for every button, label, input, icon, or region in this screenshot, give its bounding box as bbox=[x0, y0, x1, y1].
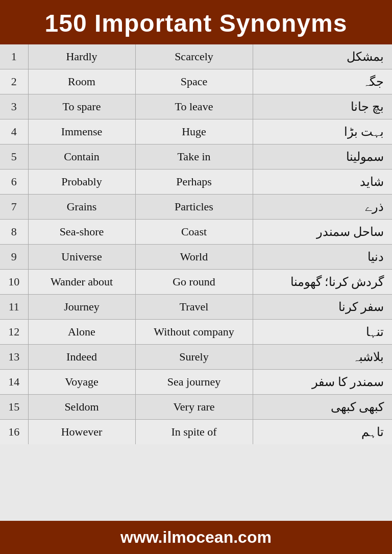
word-urdu: دنیا bbox=[253, 245, 392, 270]
word-synonym: Sea journey bbox=[135, 370, 253, 395]
row-number: 15 bbox=[0, 395, 28, 420]
word-urdu: بمشکل bbox=[253, 44, 392, 69]
word-urdu: تنہا bbox=[253, 320, 392, 345]
row-number: 1 bbox=[0, 44, 28, 69]
table-row: 10 Wander about Go round گردش کرنا؛ گھوم… bbox=[0, 270, 392, 295]
footer-url: www.ilmocean.com bbox=[120, 528, 272, 546]
word-urdu: سمندر کا سفر bbox=[253, 370, 392, 395]
word-synonym: Scarcely bbox=[135, 44, 253, 69]
word-urdu: گردش کرنا؛ گھومنا bbox=[253, 270, 392, 295]
row-number: 3 bbox=[0, 94, 28, 119]
word-synonym: Travel bbox=[135, 295, 253, 320]
word-english: Alone bbox=[28, 320, 135, 345]
word-english: Hardly bbox=[28, 44, 135, 69]
word-synonym: To leave bbox=[135, 94, 253, 119]
word-synonym: Without company bbox=[135, 320, 253, 345]
word-synonym: Coast bbox=[135, 220, 253, 245]
table-row: 8 Sea-shore Coast ساحل سمندر bbox=[0, 220, 392, 245]
word-synonym: Take in bbox=[135, 144, 253, 170]
word-english: Room bbox=[28, 69, 135, 94]
page-title: 150 Important Synonyms bbox=[10, 9, 382, 37]
word-synonym: Huge bbox=[135, 119, 253, 144]
word-urdu: ذرے bbox=[253, 195, 392, 220]
row-number: 8 bbox=[0, 220, 28, 245]
word-english: Journey bbox=[28, 295, 135, 320]
table-row: 12 Alone Without company تنہا bbox=[0, 320, 392, 345]
word-english: Universe bbox=[28, 245, 135, 270]
row-number: 5 bbox=[0, 144, 28, 170]
word-urdu: سفر کرنا bbox=[253, 295, 392, 320]
word-english: Seldom bbox=[28, 395, 135, 420]
table-row: 3 To spare To leave بچ جانا bbox=[0, 94, 392, 119]
row-number: 12 bbox=[0, 320, 28, 345]
word-synonym: Surely bbox=[135, 345, 253, 370]
table-row: 14 Voyage Sea journey سمندر کا سفر bbox=[0, 370, 392, 395]
table-row: 2 Room Space جگہ bbox=[0, 69, 392, 94]
word-english: Contain bbox=[28, 144, 135, 170]
synonyms-table: 1 Hardly Scarcely بمشکل 2 Room Space جگہ… bbox=[0, 44, 392, 444]
row-number: 2 bbox=[0, 69, 28, 94]
word-urdu: سمولینا bbox=[253, 144, 392, 170]
table-row: 5 Contain Take in سمولینا bbox=[0, 144, 392, 170]
row-number: 6 bbox=[0, 170, 28, 195]
word-synonym: Very rare bbox=[135, 395, 253, 420]
row-number: 4 bbox=[0, 119, 28, 144]
word-urdu: بچ جانا bbox=[253, 94, 392, 119]
row-number: 16 bbox=[0, 420, 28, 445]
word-english: Probably bbox=[28, 170, 135, 195]
word-synonym: Perhaps bbox=[135, 170, 253, 195]
table-row: 16 However In spite of تاہم bbox=[0, 420, 392, 445]
word-english: Wander about bbox=[28, 270, 135, 295]
row-number: 10 bbox=[0, 270, 28, 295]
word-english: However bbox=[28, 420, 135, 445]
header: 150 Important Synonyms bbox=[0, 0, 392, 44]
word-urdu: شاید bbox=[253, 170, 392, 195]
table-row: 13 Indeed Surely بلاشبہ bbox=[0, 345, 392, 370]
word-english: Grains bbox=[28, 195, 135, 220]
word-english: Indeed bbox=[28, 345, 135, 370]
table-row: 9 Universe World دنیا bbox=[0, 245, 392, 270]
word-english: Voyage bbox=[28, 370, 135, 395]
word-english: To spare bbox=[28, 94, 135, 119]
word-english: Immense bbox=[28, 119, 135, 144]
table-row: 4 Immense Huge بہت بڑا bbox=[0, 119, 392, 144]
word-synonym: Space bbox=[135, 69, 253, 94]
table-row: 1 Hardly Scarcely بمشکل bbox=[0, 44, 392, 69]
row-number: 13 bbox=[0, 345, 28, 370]
table-container: ILMOwww.ilmocean.comCEAN 1 Hardly Scarce… bbox=[0, 44, 392, 521]
word-urdu: بلاشبہ bbox=[253, 345, 392, 370]
word-urdu: ساحل سمندر bbox=[253, 220, 392, 245]
word-synonym: In spite of bbox=[135, 420, 253, 445]
table-row: 11 Journey Travel سفر کرنا bbox=[0, 295, 392, 320]
table-row: 6 Probably Perhaps شاید bbox=[0, 170, 392, 195]
word-synonym: World bbox=[135, 245, 253, 270]
footer: www.ilmocean.com bbox=[0, 521, 392, 554]
table-row: 15 Seldom Very rare کبھی کبھی bbox=[0, 395, 392, 420]
word-urdu: تاہم bbox=[253, 420, 392, 445]
word-urdu: جگہ bbox=[253, 69, 392, 94]
row-number: 14 bbox=[0, 370, 28, 395]
word-synonym: Go round bbox=[135, 270, 253, 295]
row-number: 11 bbox=[0, 295, 28, 320]
word-urdu: کبھی کبھی bbox=[253, 395, 392, 420]
row-number: 7 bbox=[0, 195, 28, 220]
word-english: Sea-shore bbox=[28, 220, 135, 245]
table-row: 7 Grains Particles ذرے bbox=[0, 195, 392, 220]
word-urdu: بہت بڑا bbox=[253, 119, 392, 144]
word-synonym: Particles bbox=[135, 195, 253, 220]
row-number: 9 bbox=[0, 245, 28, 270]
